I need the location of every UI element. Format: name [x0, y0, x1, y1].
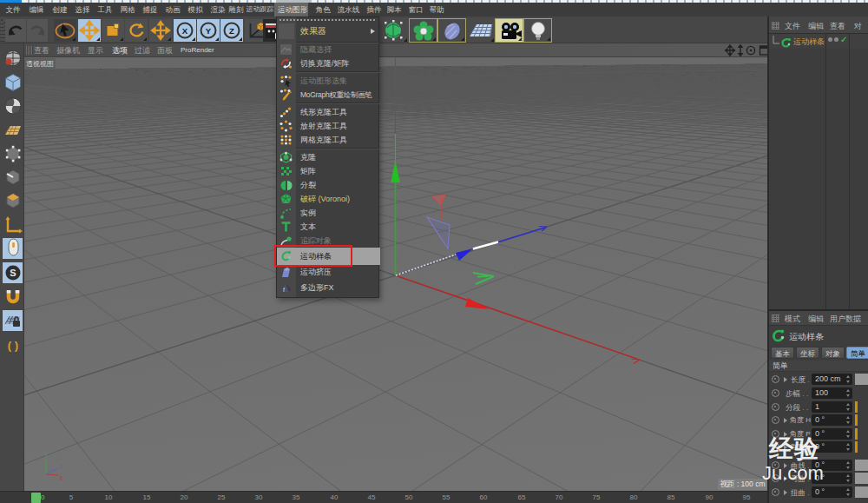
- svg-text:X: X: [59, 475, 63, 481]
- svg-text:Z: Z: [59, 464, 63, 470]
- svg-text:f: f: [283, 287, 285, 293]
- svg-text:Z: Z: [229, 26, 234, 36]
- svg-text:Y: Y: [44, 452, 49, 458]
- svg-text:( ): ( ): [8, 339, 18, 352]
- svg-text:Y: Y: [206, 26, 212, 36]
- svg-text:S: S: [10, 268, 16, 278]
- svg-text:X: X: [182, 26, 188, 36]
